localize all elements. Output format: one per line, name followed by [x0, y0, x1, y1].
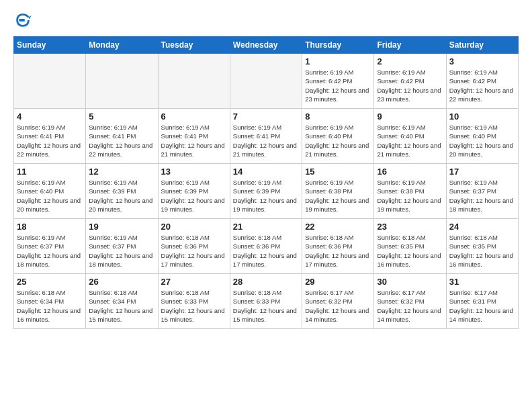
day-number: 17 — [449, 167, 515, 177]
day-cell — [158, 54, 230, 109]
day-number: 19 — [89, 222, 154, 232]
day-number: 23 — [377, 222, 443, 232]
day-cell: 24Sunrise: 6:18 AM Sunset: 6:35 PM Dayli… — [446, 219, 518, 274]
day-info: Sunrise: 6:19 AM Sunset: 6:37 PM Dayligh… — [449, 178, 515, 214]
day-info: Sunrise: 6:19 AM Sunset: 6:38 PM Dayligh… — [377, 178, 443, 214]
day-number: 6 — [161, 111, 227, 122]
svg-rect-0 — [19, 19, 24, 21]
day-number: 14 — [233, 167, 299, 177]
day-number: 12 — [89, 167, 154, 177]
day-number: 10 — [449, 111, 515, 122]
day-number: 5 — [89, 111, 154, 122]
day-info: Sunrise: 6:19 AM Sunset: 6:39 PM Dayligh… — [89, 178, 154, 214]
day-info: Sunrise: 6:19 AM Sunset: 6:39 PM Dayligh… — [161, 178, 227, 214]
day-cell: 2Sunrise: 6:19 AM Sunset: 6:42 PM Daylig… — [374, 54, 446, 109]
day-cell: 9Sunrise: 6:19 AM Sunset: 6:40 PM Daylig… — [374, 109, 446, 164]
weekday-sunday: Sunday — [14, 37, 86, 54]
day-number: 21 — [233, 222, 299, 232]
day-cell: 31Sunrise: 6:17 AM Sunset: 6:31 PM Dayli… — [446, 274, 518, 329]
day-info: Sunrise: 6:19 AM Sunset: 6:41 PM Dayligh… — [17, 123, 83, 158]
day-number: 8 — [305, 111, 371, 122]
day-number: 3 — [449, 56, 515, 66]
day-number: 16 — [377, 167, 443, 177]
day-cell — [86, 54, 158, 109]
day-number: 7 — [233, 111, 299, 122]
day-cell: 26Sunrise: 6:18 AM Sunset: 6:34 PM Dayli… — [86, 274, 158, 329]
day-cell: 17Sunrise: 6:19 AM Sunset: 6:37 PM Dayli… — [446, 164, 518, 219]
day-info: Sunrise: 6:19 AM Sunset: 6:37 PM Dayligh… — [89, 233, 154, 269]
day-number: 26 — [89, 277, 154, 287]
day-info: Sunrise: 6:18 AM Sunset: 6:36 PM Dayligh… — [305, 233, 371, 269]
day-info: Sunrise: 6:19 AM Sunset: 6:42 PM Dayligh… — [449, 68, 515, 103]
day-info: Sunrise: 6:19 AM Sunset: 6:40 PM Dayligh… — [17, 178, 83, 214]
day-number: 1 — [305, 56, 371, 66]
week-row-4: 18Sunrise: 6:19 AM Sunset: 6:37 PM Dayli… — [14, 219, 519, 274]
day-cell: 5Sunrise: 6:19 AM Sunset: 6:41 PM Daylig… — [86, 109, 158, 164]
weekday-thursday: Thursday — [302, 37, 374, 54]
day-number: 24 — [449, 222, 515, 232]
logo-icon — [13, 11, 32, 30]
weekday-header-row: SundayMondayTuesdayWednesdayThursdayFrid… — [14, 37, 519, 54]
day-info: Sunrise: 6:19 AM Sunset: 6:42 PM Dayligh… — [377, 68, 443, 103]
logo — [13, 11, 35, 30]
day-info: Sunrise: 6:19 AM Sunset: 6:37 PM Dayligh… — [17, 233, 83, 269]
day-info: Sunrise: 6:19 AM Sunset: 6:41 PM Dayligh… — [233, 123, 299, 158]
day-info: Sunrise: 6:19 AM Sunset: 6:40 PM Dayligh… — [377, 123, 443, 158]
page: SundayMondayTuesdayWednesdayThursdayFrid… — [0, 0, 532, 336]
weekday-monday: Monday — [86, 37, 158, 54]
day-info: Sunrise: 6:18 AM Sunset: 6:33 PM Dayligh… — [161, 288, 227, 324]
day-number: 30 — [377, 277, 443, 287]
day-info: Sunrise: 6:18 AM Sunset: 6:34 PM Dayligh… — [17, 288, 83, 324]
day-cell: 4Sunrise: 6:19 AM Sunset: 6:41 PM Daylig… — [14, 109, 86, 164]
day-cell: 20Sunrise: 6:18 AM Sunset: 6:36 PM Dayli… — [158, 219, 230, 274]
day-info: Sunrise: 6:18 AM Sunset: 6:34 PM Dayligh… — [89, 288, 154, 324]
day-cell: 22Sunrise: 6:18 AM Sunset: 6:36 PM Dayli… — [302, 219, 374, 274]
day-number: 9 — [377, 111, 443, 122]
day-cell — [230, 54, 302, 109]
day-info: Sunrise: 6:18 AM Sunset: 6:35 PM Dayligh… — [449, 233, 515, 269]
weekday-saturday: Saturday — [446, 37, 518, 54]
day-cell: 18Sunrise: 6:19 AM Sunset: 6:37 PM Dayli… — [14, 219, 86, 274]
day-cell: 30Sunrise: 6:17 AM Sunset: 6:32 PM Dayli… — [374, 274, 446, 329]
day-number: 2 — [377, 56, 443, 66]
day-cell: 14Sunrise: 6:19 AM Sunset: 6:39 PM Dayli… — [230, 164, 302, 219]
day-number: 31 — [449, 277, 515, 287]
day-number: 28 — [233, 277, 299, 287]
day-info: Sunrise: 6:19 AM Sunset: 6:40 PM Dayligh… — [449, 123, 515, 158]
day-number: 4 — [17, 111, 83, 122]
day-cell: 27Sunrise: 6:18 AM Sunset: 6:33 PM Dayli… — [158, 274, 230, 329]
day-cell — [14, 54, 86, 109]
day-cell: 12Sunrise: 6:19 AM Sunset: 6:39 PM Dayli… — [86, 164, 158, 219]
day-info: Sunrise: 6:17 AM Sunset: 6:31 PM Dayligh… — [449, 288, 515, 324]
header — [13, 11, 519, 30]
day-number: 25 — [17, 277, 83, 287]
calendar-table: SundayMondayTuesdayWednesdayThursdayFrid… — [13, 36, 519, 329]
day-number: 11 — [17, 167, 83, 177]
day-info: Sunrise: 6:19 AM Sunset: 6:42 PM Dayligh… — [305, 68, 371, 103]
day-cell: 7Sunrise: 6:19 AM Sunset: 6:41 PM Daylig… — [230, 109, 302, 164]
day-cell: 21Sunrise: 6:18 AM Sunset: 6:36 PM Dayli… — [230, 219, 302, 274]
day-cell: 11Sunrise: 6:19 AM Sunset: 6:40 PM Dayli… — [14, 164, 86, 219]
weekday-wednesday: Wednesday — [230, 37, 302, 54]
day-cell: 19Sunrise: 6:19 AM Sunset: 6:37 PM Dayli… — [86, 219, 158, 274]
day-info: Sunrise: 6:18 AM Sunset: 6:33 PM Dayligh… — [233, 288, 299, 324]
day-info: Sunrise: 6:19 AM Sunset: 6:39 PM Dayligh… — [233, 178, 299, 214]
day-cell: 13Sunrise: 6:19 AM Sunset: 6:39 PM Dayli… — [158, 164, 230, 219]
day-info: Sunrise: 6:17 AM Sunset: 6:32 PM Dayligh… — [305, 288, 371, 324]
day-cell: 29Sunrise: 6:17 AM Sunset: 6:32 PM Dayli… — [302, 274, 374, 329]
day-cell: 28Sunrise: 6:18 AM Sunset: 6:33 PM Dayli… — [230, 274, 302, 329]
day-info: Sunrise: 6:17 AM Sunset: 6:32 PM Dayligh… — [377, 288, 443, 324]
day-cell: 1Sunrise: 6:19 AM Sunset: 6:42 PM Daylig… — [302, 54, 374, 109]
day-number: 15 — [305, 167, 371, 177]
day-cell: 16Sunrise: 6:19 AM Sunset: 6:38 PM Dayli… — [374, 164, 446, 219]
day-number: 20 — [161, 222, 227, 232]
day-info: Sunrise: 6:19 AM Sunset: 6:40 PM Dayligh… — [305, 123, 371, 158]
day-info: Sunrise: 6:18 AM Sunset: 6:35 PM Dayligh… — [377, 233, 443, 269]
day-cell: 6Sunrise: 6:19 AM Sunset: 6:41 PM Daylig… — [158, 109, 230, 164]
day-cell: 15Sunrise: 6:19 AM Sunset: 6:38 PM Dayli… — [302, 164, 374, 219]
week-row-2: 4Sunrise: 6:19 AM Sunset: 6:41 PM Daylig… — [14, 109, 519, 164]
day-number: 18 — [17, 222, 83, 232]
day-cell: 10Sunrise: 6:19 AM Sunset: 6:40 PM Dayli… — [446, 109, 518, 164]
day-number: 29 — [305, 277, 371, 287]
day-info: Sunrise: 6:19 AM Sunset: 6:41 PM Dayligh… — [161, 123, 227, 158]
